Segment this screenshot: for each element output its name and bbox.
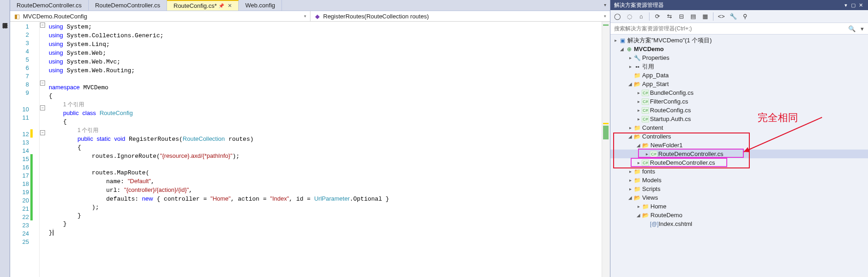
- tab-routedemocontroller-1[interactable]: RouteDemoController.cs: [10, 0, 89, 11]
- refresh-icon[interactable]: ⟳: [653, 12, 661, 21]
- home-icon[interactable]: ⌂: [637, 12, 645, 21]
- tree-label: RouteDemo: [650, 212, 682, 219]
- search-icon[interactable]: 🔍: [848, 25, 856, 32]
- routedemocontroller-outer-node[interactable]: ▸ C# RouteDemoController.cs: [610, 158, 868, 167]
- expander-icon[interactable]: ◢: [635, 143, 642, 148]
- search-input[interactable]: [612, 24, 846, 33]
- index-cshtml-node[interactable]: [@] Index.cshtml: [610, 219, 868, 228]
- expander-icon[interactable]: ▸: [627, 169, 633, 174]
- expander-icon[interactable]: ◢: [635, 213, 642, 218]
- appdata-node[interactable]: 📁 App_Data: [610, 71, 868, 80]
- solution-tree[interactable]: ▸ ▣ 解决方案"MVCDemo"(1 个项目) ◢ ⊕ MVCDemo ▸ 🔧…: [610, 35, 868, 277]
- forward-icon[interactable]: ◌: [625, 12, 633, 21]
- expander-icon[interactable]: ▸: [612, 38, 619, 43]
- fold-toggle[interactable]: −: [40, 130, 45, 135]
- routedemocontroller-inner-node[interactable]: ▸ C# RouteDemoController.cs: [610, 150, 868, 158]
- tree-label: RouteConfig.cs: [649, 107, 691, 114]
- panel-dropdown-icon[interactable]: ▾: [842, 2, 850, 8]
- views-home-node[interactable]: ▸ 📁 Home: [610, 202, 868, 211]
- expander-icon[interactable]: ◢: [627, 81, 633, 87]
- bundleconfig-node[interactable]: ▸ C# BundleConfig.cs: [610, 88, 868, 97]
- cshtml-file-icon: [@]: [650, 221, 658, 227]
- models-node[interactable]: ▸ 📁 Models: [610, 176, 868, 185]
- fold-toggle[interactable]: −: [40, 23, 45, 28]
- expander-icon[interactable]: ▸: [635, 108, 642, 113]
- filterconfig-node[interactable]: ▸ C# FilterConfig.cs: [610, 97, 868, 106]
- codelens-hint[interactable]: 1 个引用: [63, 101, 84, 108]
- wrench-icon[interactable]: 🔧: [729, 12, 737, 21]
- views-routedemo-node[interactable]: ◢ 📂 RouteDemo: [610, 211, 868, 219]
- expander-icon[interactable]: ◢: [627, 195, 633, 200]
- expander-icon[interactable]: ▸: [627, 186, 633, 191]
- code-icon[interactable]: <>: [717, 12, 725, 21]
- tab-webconfig[interactable]: Web.config: [239, 0, 282, 11]
- panel-title-text: 解决方案资源管理器: [614, 1, 664, 9]
- expander-icon[interactable]: ▸: [644, 151, 650, 156]
- back-icon[interactable]: ◯: [613, 12, 621, 21]
- tree-label: Home: [650, 203, 667, 210]
- expander-icon[interactable]: ▸: [627, 55, 633, 60]
- expander-icon[interactable]: ▸: [635, 99, 642, 104]
- expander-icon[interactable]: ◢: [627, 134, 633, 139]
- expander-icon[interactable]: ◢: [619, 46, 625, 52]
- newfolder1-node[interactable]: ◢ 📂 NewFolder1: [610, 141, 868, 150]
- tab-label: Web.config: [245, 2, 275, 9]
- expander-icon[interactable]: ▸: [627, 64, 633, 69]
- tree-label: App_Start: [641, 81, 669, 87]
- tree-label: Startup.Auth.cs: [649, 115, 691, 122]
- folder-open-icon: 📂: [642, 142, 650, 149]
- nav-member-label: RegisterRoutes(RouteCollection routes): [323, 13, 429, 20]
- expander-icon[interactable]: ▸: [635, 204, 642, 209]
- scrollbar[interactable]: [602, 22, 610, 277]
- expander-icon[interactable]: ▸: [627, 125, 633, 130]
- tab-label: RouteDemoController.cs: [95, 2, 161, 9]
- panel-close-icon[interactable]: ✕: [857, 2, 864, 8]
- change-margin: [30, 22, 33, 277]
- panel-pin-icon[interactable]: ▢: [850, 2, 857, 8]
- solution-label: 解决方案"MVCDemo"(1 个项目): [627, 36, 712, 45]
- code-text[interactable]: using System; using System.Collections.G…: [40, 22, 602, 277]
- collapsed-sidebar[interactable]: 服务器资源管理器: [0, 0, 10, 277]
- wrench-icon: 🔧: [633, 55, 641, 61]
- tree-label: Views: [641, 194, 658, 201]
- routeconfig-node[interactable]: ▸ C# RouteConfig.cs: [610, 106, 868, 115]
- close-icon[interactable]: ✕: [228, 3, 232, 9]
- nav-member-dropdown[interactable]: ◆ RegisterRoutes(RouteCollection routes)…: [310, 11, 610, 21]
- expander-icon[interactable]: ▸: [635, 90, 642, 95]
- code-editor[interactable]: 123456789 1011 1213141516171819202122232…: [10, 22, 610, 277]
- controllers-node[interactable]: ◢ 📂 Controllers: [610, 132, 868, 141]
- content-node[interactable]: ▸ 📁 Content: [610, 123, 868, 132]
- expander-icon[interactable]: ▸: [635, 116, 642, 121]
- expander-icon[interactable]: ▸: [635, 160, 642, 165]
- nav-class-dropdown[interactable]: ◧ MVCDemo.RouteConfig ▾: [10, 11, 310, 21]
- tab-routedemocontroller-2[interactable]: RouteDemoController.cs: [89, 0, 167, 11]
- panel-titlebar[interactable]: 解决方案资源管理器 ▾ ▢ ✕: [610, 0, 868, 10]
- views-node[interactable]: ◢ 📂 Views: [610, 193, 868, 202]
- folder-icon: 📁: [633, 177, 641, 184]
- solution-icon: ▣: [619, 37, 627, 44]
- expander-icon[interactable]: ▸: [627, 178, 633, 183]
- collapse-icon[interactable]: ⊟: [677, 12, 685, 21]
- tab-routeconfig[interactable]: RouteConfig.cs* 📌 ✕: [167, 0, 239, 11]
- project-node[interactable]: ◢ ⊕ MVCDemo: [610, 45, 868, 53]
- tabs-overflow-icon[interactable]: ▾: [602, 2, 608, 9]
- startupauth-node[interactable]: ▸ C# Startup.Auth.cs: [610, 115, 868, 123]
- panel-search[interactable]: 🔍 ▾: [610, 23, 868, 35]
- pin-icon[interactable]: 📌: [218, 3, 224, 8]
- appstart-node[interactable]: ◢ 📂 App_Start: [610, 80, 868, 88]
- fonts-node[interactable]: ▸ 📁 fonts: [610, 167, 868, 176]
- solution-node[interactable]: ▸ ▣ 解决方案"MVCDemo"(1 个项目): [610, 36, 868, 45]
- properties-icon[interactable]: ▦: [701, 12, 709, 21]
- fold-toggle[interactable]: −: [40, 81, 45, 86]
- scripts-node[interactable]: ▸ 📁 Scripts: [610, 185, 868, 193]
- properties-node[interactable]: ▸ 🔧 Properties: [610, 53, 868, 62]
- sync-icon[interactable]: ⇆: [665, 12, 673, 21]
- project-label: MVCDemo: [633, 46, 664, 52]
- references-node[interactable]: ▸ ▪▪ 引用: [610, 62, 868, 71]
- csharp-file-icon: C#: [642, 90, 649, 96]
- key-icon[interactable]: ⚲: [741, 12, 749, 21]
- fold-toggle[interactable]: −: [40, 105, 45, 110]
- show-all-icon[interactable]: ▤: [689, 12, 697, 21]
- codelens-hint[interactable]: 1 个引用: [77, 127, 98, 133]
- search-dropdown-icon[interactable]: ▾: [858, 25, 866, 32]
